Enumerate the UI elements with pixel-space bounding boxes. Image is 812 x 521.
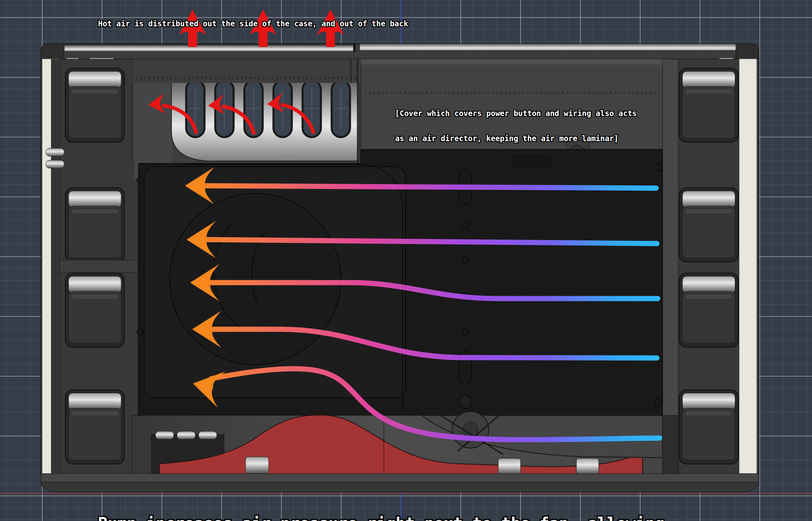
- left-vent-pocket-4: [65, 390, 124, 464]
- right-vent-pocket-3: [679, 273, 738, 347]
- right-vent-pocket-4: [679, 390, 738, 464]
- airflow-line-1: [204, 186, 656, 188]
- lid-corner-cap-right: [736, 44, 759, 59]
- foot-pill-2: [177, 431, 195, 439]
- lid-metal-strip-right: [360, 44, 736, 50]
- left-vent-pocket-1: [65, 68, 124, 142]
- case-trim-right: [738, 59, 757, 475]
- bottom-tab-2: [498, 458, 521, 474]
- bottom-tab-3: [576, 458, 599, 474]
- cad-viewport: Hot air is distributed out the side of t…: [0, 0, 812, 521]
- annotation-hot-air: Hot air is distributed out the side of t…: [98, 2, 408, 45]
- left-hinge-pill-1: [46, 148, 64, 156]
- lid-corner-cap-left: [41, 44, 64, 59]
- annotation-bump: Bump increases air pressure right next t…: [98, 481, 665, 521]
- annotation-bump-line1: Bump increases air pressure right next t…: [98, 515, 665, 521]
- laptop-cross-section-render: [0, 0, 812, 521]
- right-vent-pocket-1: [679, 68, 738, 142]
- annotation-cover-line1: [Cover which covers power button and wir…: [395, 109, 637, 118]
- annotation-cover-line2: as an air director, keeping the air more…: [395, 134, 637, 143]
- fan-outline: [169, 193, 341, 365]
- right-bottom-strip: [663, 415, 678, 475]
- right-door-strip: [663, 59, 678, 475]
- right-vent-pocket-2: [679, 188, 738, 262]
- vent-slot-6: [332, 81, 350, 137]
- bottom-tab-1: [246, 457, 269, 474]
- left-vent-pocket-2: [65, 188, 124, 262]
- left-column-rail: [60, 260, 138, 273]
- bottom-shell-assembly: [132, 411, 678, 475]
- vent-slot-4: [273, 81, 292, 137]
- mount-boss: [458, 395, 472, 409]
- annotation-cover: [Cover which covers power button and wir…: [395, 92, 637, 159]
- foot-pill-1: [155, 431, 174, 439]
- cover-top-strip: [361, 59, 663, 65]
- left-vent-pocket-3: [65, 273, 124, 347]
- lid-metal-strip-left: [65, 45, 354, 51]
- foot-pill-3: [199, 431, 217, 439]
- annotation-hot-air-line: Hot air is distributed out the side of t…: [98, 19, 408, 28]
- left-hinge-pill-2: [46, 160, 64, 168]
